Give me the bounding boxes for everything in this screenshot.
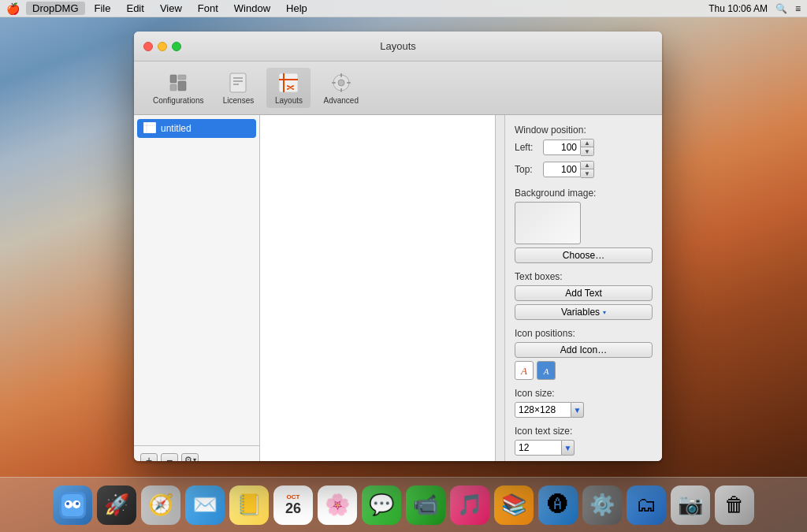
variables-label: Variables [561,307,600,318]
menu-font[interactable]: Font [192,2,225,15]
icon-size-select-group: 128×128 64×64 32×32 ▼ [515,402,653,418]
svg-text:A: A [543,366,549,376]
dock-item-calendar[interactable]: OCT 26 [273,485,313,525]
svg-point-26 [66,502,69,505]
icon-size-label: Icon size: [515,388,653,399]
dock-item-music[interactable]: 🎵 [450,485,489,525]
advanced-label: Advanced [323,96,358,105]
sidebar-item-untitled[interactable]: untitled [137,119,256,138]
right-panel: Window position: Left: ▲ ▼ Top: [504,115,662,461]
menu-dropdmg[interactable]: DropDMG [26,2,85,15]
layout-item-icon [143,122,156,135]
sidebar: untitled + − ⚙ ▾ [134,115,260,461]
svg-rect-2 [178,75,186,80]
menubar-right: Thu 10:06 AM 🔍 ≡ [708,3,801,14]
icon-positions-section: Icon positions: Add Icon… A A [515,328,653,380]
dock-item-photos[interactable]: 🌸 [318,485,357,525]
icon-text-size-select[interactable]: 12 10 14 [515,440,562,456]
add-layout-button[interactable]: + [140,453,158,462]
svg-rect-1 [170,84,177,91]
dock-item-sysprefs[interactable]: ⚙️ [582,485,622,525]
icon-swatch-a[interactable]: A [515,361,534,380]
left-decrement-button[interactable]: ▼ [581,147,593,155]
toolbar-advanced[interactable]: Advanced [317,68,364,108]
gear-chevron-icon: ▾ [193,456,196,461]
layouts-label: Layouts [275,96,303,105]
dock-item-mail[interactable]: ✉️ [185,485,225,525]
text-boxes-section: Text boxes: Add Text Variables ▾ [515,271,653,320]
icon-size-dropdown-icon[interactable]: ▼ [571,402,584,418]
dock-item-camera[interactable]: 📷 [671,485,710,525]
top-decrement-button[interactable]: ▼ [581,169,593,177]
choose-button[interactable]: Choose… [515,247,653,263]
dock-item-launchpad[interactable]: 🚀 [97,485,136,525]
search-icon[interactable]: 🔍 [775,3,787,14]
minimize-button[interactable] [158,42,167,51]
dock-item-facetime[interactable]: 📹 [406,485,445,525]
gear-menu-button[interactable]: ⚙ ▾ [181,453,199,462]
advanced-icon [329,71,353,95]
bg-image-label: Background image: [515,188,653,199]
dock-item-appstore[interactable]: 🅐 [538,485,578,525]
titlebar: Layouts [134,32,662,61]
icon-size-section: Icon size: 128×128 64×64 32×32 ▼ [515,388,653,418]
canvas-area[interactable] [260,115,504,461]
vertical-scrollbar[interactable] [495,115,504,461]
toolbar-layouts[interactable]: Layouts [266,68,311,108]
configurations-label: Configurations [153,96,203,105]
text-boxes-label: Text boxes: [515,271,653,282]
svg-rect-13 [340,73,342,77]
icon-text-size-section: Icon text size: 12 10 14 ▼ [515,426,653,456]
top-stepper: ▲ ▼ [543,161,594,178]
top-stepper-btns: ▲ ▼ [581,161,594,178]
traffic-lights [143,42,181,51]
maximize-button[interactable] [172,42,181,51]
icon-text-size-label: Icon text size: [515,426,653,437]
window-title: Layouts [380,40,416,52]
icon-positions-label: Icon positions: [515,328,653,339]
menu-file[interactable]: File [88,2,117,15]
window-position-label: Window position: [515,125,653,136]
window-position-section: Window position: Left: ▲ ▼ Top: [515,125,653,180]
dock-item-notes[interactable]: 📒 [229,485,269,525]
icon-size-select[interactable]: 128×128 64×64 32×32 [515,402,571,418]
toolbar: Configurations Licenses [134,61,662,115]
icon-text-size-dropdown-icon[interactable]: ▼ [562,440,575,456]
menu-window[interactable]: Window [228,2,277,15]
control-icon[interactable]: ≡ [795,3,801,14]
icon-swatch-b[interactable]: A [537,361,556,380]
remove-layout-button[interactable]: − [161,453,178,462]
sidebar-list: untitled [134,115,259,445]
apple-menu[interactable]: 🍎 [6,2,20,15]
bg-image-preview [515,202,581,244]
dock-item-trash[interactable]: 🗑 [715,485,754,525]
menu-help[interactable]: Help [280,2,314,15]
toolbar-configurations[interactable]: Configurations [147,68,210,108]
add-text-button[interactable]: Add Text [515,285,653,301]
dock-item-finder2[interactable]: 🗂 [627,485,666,525]
add-icon-button[interactable]: Add Icon… [515,342,653,358]
dock-item-books[interactable]: 📚 [494,485,534,525]
svg-rect-4 [230,73,246,92]
dock-item-finder[interactable] [53,485,92,525]
top-increment-button[interactable]: ▲ [581,162,593,169]
layouts-icon [277,71,300,95]
left-increment-button[interactable]: ▲ [581,140,593,147]
top-input[interactable] [543,162,581,177]
icon-text-size-select-group: 12 10 14 ▼ [515,440,653,456]
left-input[interactable] [543,140,581,155]
dock-item-messages[interactable]: 💬 [362,485,401,525]
dock-item-safari[interactable]: 🧭 [141,485,180,525]
top-label: Top: [515,164,538,175]
svg-rect-17 [143,122,156,133]
menu-edit[interactable]: Edit [120,2,150,15]
variables-button[interactable]: Variables ▾ [515,304,653,320]
svg-rect-16 [347,82,351,84]
left-row: Left: ▲ ▼ [515,139,653,156]
menu-view[interactable]: View [154,2,188,15]
toolbar-licenses[interactable]: Licenses [216,68,260,108]
left-stepper: ▲ ▼ [543,139,594,156]
left-stepper-btns: ▲ ▼ [581,139,594,156]
close-button[interactable] [143,42,153,51]
left-label: Left: [515,142,538,153]
